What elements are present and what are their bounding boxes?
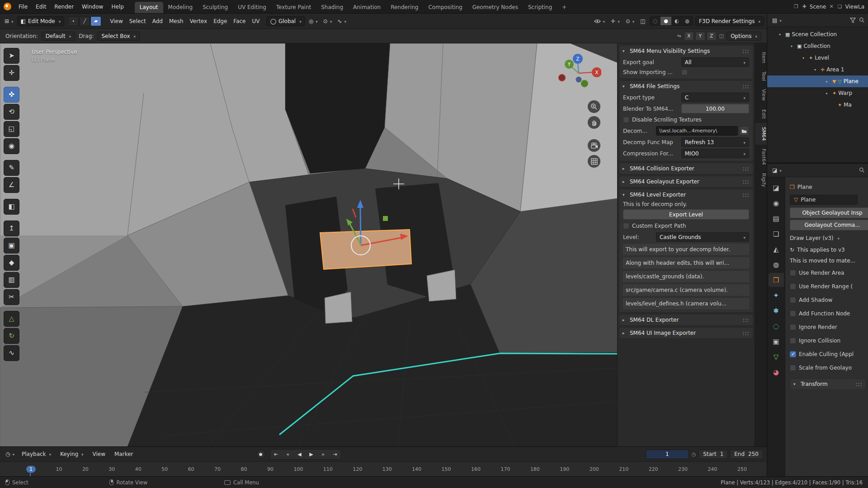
axis-x-negative-handle[interactable] [559, 75, 566, 81]
panel-grip-icon[interactable] [855, 382, 863, 386]
disable-scrolling-row[interactable]: Disable Scrolling Textures [619, 114, 753, 125]
frame-end-field[interactable]: End250 [730, 450, 763, 459]
mirror-axis-button[interactable]: X [684, 32, 694, 41]
frame-number[interactable]: 160 [471, 466, 481, 472]
property-checkbox-row[interactable]: Ignore Render [790, 320, 868, 334]
panel-grip-icon[interactable] [742, 193, 750, 197]
outliner-item[interactable]: ▾ ▣ Collection [767, 40, 868, 52]
view-layer-name[interactable]: ViewLa [845, 4, 864, 10]
blender-logo-icon[interactable] [4, 3, 11, 10]
frame-number[interactable]: 230 [678, 466, 688, 472]
properties-tab-view-layer[interactable]: ❏ [769, 227, 784, 241]
frame-number[interactable]: 220 [649, 466, 658, 472]
tool-button-inset-faces[interactable]: ▣ [4, 238, 19, 253]
func-map-select[interactable]: Refresh 13 [681, 137, 749, 147]
frame-number[interactable]: 100 [293, 466, 303, 472]
workspace-tab[interactable]: Scripting [523, 2, 557, 13]
viewport-menu-item[interactable]: Vertex [187, 17, 211, 26]
playback-menu[interactable]: Playback [18, 450, 55, 459]
property-checkbox-row[interactable]: Scale from Geolayo [790, 361, 868, 375]
viewport-menu-item[interactable]: Mesh [166, 17, 187, 26]
level-select[interactable]: Castle Grounds [656, 232, 749, 242]
checkbox[interactable] [790, 338, 796, 344]
workspace-tab[interactable]: Rendering [386, 2, 423, 13]
frame-number[interactable]: 50 [161, 466, 168, 472]
menu-item[interactable]: Render [51, 2, 77, 11]
tool-button-bevel[interactable]: ◆ [4, 255, 19, 271]
viewport-menu-item[interactable]: View [107, 17, 126, 26]
tool-button-extrude-region[interactable]: ↥ [4, 221, 19, 236]
editor-type-button[interactable]: ⊞ [3, 17, 15, 26]
rendered-shading-button[interactable]: ◍ [682, 17, 693, 25]
snap-target-icon[interactable]: ◫ [718, 33, 725, 39]
custom-export-path-row[interactable]: Custom Export Path [619, 221, 753, 231]
tool-button-cursor[interactable]: ✛ [4, 65, 19, 81]
export-goal-select[interactable]: All [681, 57, 749, 67]
viewport-menu-item[interactable]: UV [249, 17, 263, 26]
frame-number[interactable]: 70 [214, 466, 221, 472]
tool-button-smooth[interactable]: ∿ [4, 345, 19, 361]
axis-y-negative-handle[interactable] [581, 80, 588, 87]
frame-number[interactable]: 80 [241, 466, 247, 472]
tool-button-poly-build[interactable]: △ [4, 311, 19, 327]
view-layer-icon[interactable]: ❏ [837, 4, 843, 9]
blender-to-sm64-field[interactable]: 100.00 [681, 104, 749, 113]
show-overlays-dropdown[interactable]: ⊙ [624, 17, 637, 26]
outliner-item[interactable]: ▾ ✛ Area 1 [767, 64, 868, 75]
outliner-item[interactable]: ▾ ✦ Level [767, 52, 868, 64]
mode-select[interactable]: ◧Edit Mode [17, 16, 65, 26]
snap-button[interactable]: ⊙ [321, 17, 334, 26]
property-checkbox-row[interactable]: Use Render Area [790, 266, 868, 280]
disclosure-arrow-icon[interactable]: ▾ [814, 68, 819, 72]
workspace-tab[interactable]: + [557, 2, 571, 13]
camera-view-button[interactable] [588, 139, 600, 152]
menu-item[interactable]: File [15, 2, 31, 11]
frame-number[interactable]: 190 [560, 466, 569, 472]
viewport-menu-item[interactable]: Edge [210, 17, 230, 26]
menu-item[interactable]: Window [78, 2, 107, 11]
frame-number[interactable]: 130 [382, 466, 392, 472]
properties-tab-physics[interactable]: ◌ [769, 319, 784, 333]
tool-button-add-cube[interactable]: ◧ [4, 199, 19, 215]
transport-button-jump-to-start[interactable]: ⇤ [270, 450, 282, 459]
workspace-tab[interactable]: Modeling [163, 2, 198, 13]
panel-grip-icon[interactable] [742, 84, 750, 89]
disclosure-arrow-icon[interactable]: ▾ [802, 56, 807, 60]
properties-tab-world[interactable]: ◍ [769, 258, 784, 272]
material-shading-button[interactable]: ◐ [671, 17, 682, 25]
decomp-path-field[interactable]: \\wsl.localh...4memory\ [656, 126, 738, 136]
outliner-item[interactable]: ✦ Ma [767, 99, 868, 111]
scene-name[interactable]: Scene [810, 4, 826, 10]
property-checkbox-row[interactable]: Ignore Collision [790, 334, 868, 347]
properties-tab-constraints[interactable]: ▣ [769, 334, 784, 348]
disclosure-arrow-icon[interactable]: ▸ [826, 80, 830, 84]
checkbox[interactable] [790, 297, 796, 303]
vertex-select-button[interactable]: ∙ [68, 16, 79, 26]
properties-tab-modifiers[interactable]: ✦ [769, 288, 784, 302]
transport-button-play[interactable]: ▶ [306, 450, 317, 459]
tool-button-knife[interactable]: ✂ [4, 289, 19, 305]
frame-number[interactable]: 30 [108, 466, 115, 472]
sidebar-tab[interactable]: Tool [755, 67, 767, 85]
browse-scene-icon[interactable]: ❐ [793, 4, 799, 9]
export-type-select[interactable]: C [681, 93, 749, 102]
object-name-field[interactable]: ▽ Plane [790, 195, 858, 205]
property-checkbox-row[interactable]: Enable Culling (Appl [790, 347, 868, 361]
frame-number[interactable]: 1 [26, 466, 36, 473]
property-checkbox-row[interactable]: Add Function Node [790, 307, 868, 320]
frame-number[interactable]: 250 [737, 466, 747, 472]
mirror-axis-button[interactable]: Z [707, 32, 717, 41]
checkbox[interactable] [790, 310, 796, 317]
frame-number[interactable]: 10 [56, 466, 62, 472]
frame-number[interactable]: 150 [442, 466, 451, 472]
draw-layer-row[interactable]: Draw Layer (v3) [790, 232, 868, 244]
properties-tab-particles[interactable]: ✱ [769, 304, 784, 318]
frame-number[interactable]: 210 [619, 466, 628, 472]
sidebar-tab[interactable]: Rigify [755, 169, 767, 191]
tool-button-spin[interactable]: ↻ [4, 328, 19, 344]
panel-header[interactable]: SM64 DL Exporter [619, 314, 753, 325]
tool-button-transform[interactable]: ◉ [4, 138, 19, 154]
face-select-button[interactable]: ▰ [90, 16, 101, 26]
toggle-grid-button[interactable] [588, 155, 600, 168]
disclosure-arrow-icon[interactable]: ▸ [826, 91, 830, 95]
